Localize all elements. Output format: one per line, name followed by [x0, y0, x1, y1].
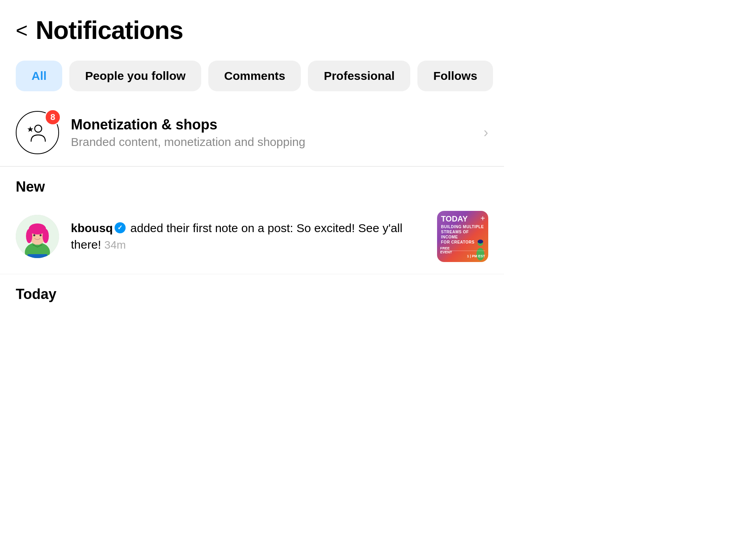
thumbnail-person-icon [469, 238, 487, 262]
person-star-icon [26, 121, 49, 144]
thumbnail-content: TODAY + BUILDING MULTIPLE STREAMS OF INC… [437, 211, 488, 262]
thumbnail-today-label: TODAY [441, 215, 468, 223]
thumbnail-plus-icon: + [480, 214, 485, 223]
notification-time: 34m [104, 239, 126, 251]
notification-text-kbousq: kbousq added their first note on a post:… [71, 220, 425, 253]
avatar-kbousq [16, 215, 59, 258]
monetization-icon-wrap: 8 [16, 111, 59, 154]
thumbnail-time-label: 1 | PM EST [467, 254, 485, 258]
chevron-right-icon: › [484, 124, 488, 141]
monetization-row[interactable]: 8 Monetization & shops Branded content, … [0, 99, 504, 166]
monetization-text: Monetization & shops Branded content, mo… [71, 116, 472, 149]
tab-people-you-follow[interactable]: People you follow [69, 61, 201, 91]
back-button[interactable]: < [16, 20, 28, 41]
notification-thumbnail-kbousq: TODAY + BUILDING MULTIPLE STREAMS OF INC… [437, 211, 488, 262]
monetization-badge: 8 [44, 109, 61, 126]
tabs-bar: All People you follow Comments Professio… [0, 57, 504, 99]
avatar-svg-kbousq [16, 215, 59, 258]
tab-comments[interactable]: Comments [208, 61, 301, 91]
header: < Notifications [0, 0, 504, 57]
monetization-subtitle: Branded content, monetization and shoppi… [71, 135, 472, 149]
notification-row-kbousq[interactable]: kbousq added their first note on a post:… [0, 199, 504, 274]
svg-point-7 [26, 229, 32, 243]
tab-all[interactable]: All [16, 61, 62, 91]
page-title: Notifications [35, 16, 183, 45]
svg-point-10 [40, 234, 42, 236]
svg-rect-11 [28, 254, 47, 258]
new-section-label: New [0, 167, 504, 199]
tab-professional[interactable]: Professional [308, 61, 410, 91]
tab-follows[interactable]: Follows [417, 61, 493, 91]
thumbnail-free-label: FREEEVENT [440, 246, 452, 254]
verified-icon [115, 222, 126, 233]
svg-point-14 [478, 240, 483, 244]
svg-point-0 [35, 125, 42, 132]
today-section-label: Today [0, 274, 504, 306]
svg-point-8 [43, 229, 49, 243]
monetization-title: Monetization & shops [71, 116, 472, 133]
svg-point-9 [33, 234, 35, 236]
svg-marker-1 [28, 126, 33, 132]
notification-username: kbousq [71, 221, 113, 234]
